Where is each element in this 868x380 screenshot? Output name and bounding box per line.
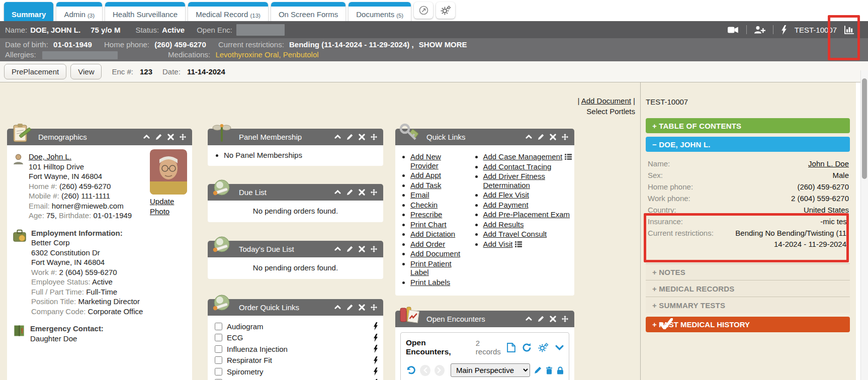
panel-close-icon[interactable] <box>167 134 174 140</box>
scrollbar-thumb[interactable] <box>862 78 867 179</box>
sidebar-section-medical-records[interactable]: + MEDICAL RECORDS <box>646 280 850 297</box>
chevron-down-icon[interactable] <box>555 345 564 350</box>
panel-move-icon[interactable] <box>371 134 377 140</box>
quick-link[interactable]: Email <box>410 191 429 199</box>
quick-link[interactable]: Checkin <box>410 201 438 209</box>
quick-order-bolt-icon[interactable] <box>373 322 378 330</box>
quick-order-bolt-icon[interactable] <box>373 334 378 342</box>
select-portlets-link[interactable]: Select Portlets <box>586 107 635 116</box>
patient-name-link[interactable]: Doe, John L. <box>29 152 71 161</box>
update-photo-link[interactable]: Update Photo <box>150 197 179 216</box>
panel-edit-icon[interactable] <box>346 189 353 196</box>
trash-icon[interactable] <box>546 366 553 374</box>
tab-health-surveillance[interactable]: Health Surveillance <box>105 2 185 22</box>
order-checkbox[interactable] <box>215 334 222 341</box>
quick-link[interactable]: Add New Provider <box>410 152 441 170</box>
settings-gear-button[interactable] <box>436 2 455 19</box>
panel-move-icon[interactable] <box>371 246 377 252</box>
chevron-left-icon[interactable] <box>420 365 430 376</box>
panel-edit-icon[interactable] <box>538 316 544 322</box>
quick-link[interactable]: Add Appt <box>410 171 441 179</box>
sidebar-section-notes[interactable]: + NOTES <box>646 263 850 280</box>
refresh-icon[interactable] <box>522 343 532 352</box>
quick-link[interactable]: Add Driver Fitness Determination <box>483 172 545 189</box>
panel-close-icon[interactable] <box>550 316 556 322</box>
order-checkbox[interactable] <box>215 323 222 330</box>
panel-edit-icon[interactable] <box>346 304 353 311</box>
quick-link[interactable]: Print Chart <box>410 220 447 229</box>
quick-link[interactable]: Print Patient Label <box>410 259 452 277</box>
video-camera-icon[interactable] <box>728 26 739 34</box>
quick-link[interactable]: Add Dictation <box>410 230 455 238</box>
quick-order-bolt-icon[interactable] <box>373 367 378 375</box>
table-of-contents-section[interactable]: + TABLE OF CONTENTS <box>646 118 850 133</box>
quick-order-bolt-icon[interactable] <box>373 345 378 353</box>
panel-collapse-icon[interactable] <box>526 316 532 322</box>
order-checkbox[interactable] <box>215 345 222 353</box>
open-in-new-window-button[interactable] <box>414 2 433 19</box>
new-document-icon[interactable] <box>507 343 515 352</box>
panel-edit-icon[interactable] <box>155 134 162 140</box>
tab-on-screen-forms[interactable]: On Screen Forms <box>271 2 345 22</box>
panel-move-icon[interactable] <box>562 316 568 322</box>
show-more-link[interactable]: SHOW MORE <box>419 40 467 49</box>
edit-pencil-icon[interactable] <box>534 366 542 374</box>
panel-close-icon[interactable] <box>359 134 365 140</box>
quick-link[interactable]: Add Task <box>410 181 441 189</box>
quick-link[interactable]: Add Document <box>410 249 460 258</box>
quick-order-bolt-icon[interactable] <box>373 356 378 364</box>
quick-link[interactable]: Print Labels <box>410 278 450 287</box>
panel-collapse-icon[interactable] <box>334 134 341 140</box>
quick-link[interactable]: Add Contact Tracing <box>483 162 552 171</box>
patient-section-header[interactable]: − DOE, JOHN L. <box>646 137 850 152</box>
add-document-link[interactable]: Add Document <box>581 97 631 105</box>
tab-documents[interactable]: Documents(5) <box>349 2 411 22</box>
panel-close-icon[interactable] <box>359 189 365 196</box>
quick-link[interactable]: Prescribe <box>410 210 442 219</box>
quick-link[interactable]: Add Case Management <box>483 152 563 161</box>
perspective-select[interactable]: Main Perspective <box>451 363 530 377</box>
panel-collapse-icon[interactable] <box>334 304 341 311</box>
quick-link[interactable]: Add Travel Consult <box>483 230 547 238</box>
list-icon[interactable] <box>515 241 522 247</box>
tab-admin[interactable]: Admin(3) <box>56 2 102 22</box>
panel-edit-icon[interactable] <box>346 134 353 140</box>
quick-link[interactable]: Add Flex Visit <box>483 191 529 199</box>
quick-link[interactable]: Add Payment <box>483 201 529 209</box>
list-icon[interactable] <box>565 154 572 160</box>
page-scrollbar[interactable] <box>860 70 868 380</box>
patient-name-link[interactable]: John L. Doe <box>808 159 849 168</box>
bar-chart-icon[interactable] <box>844 26 854 34</box>
view-button[interactable]: View <box>70 64 102 79</box>
panel-move-icon[interactable] <box>371 304 377 311</box>
panel-move-icon[interactable] <box>562 134 568 140</box>
quick-link[interactable]: Add Pre-Placement Exam <box>483 210 570 219</box>
panel-collapse-icon[interactable] <box>334 246 341 252</box>
undo-icon[interactable] <box>406 366 416 374</box>
lock-icon[interactable] <box>557 366 564 374</box>
panel-close-icon[interactable] <box>550 134 556 140</box>
panel-collapse-icon[interactable] <box>334 189 341 196</box>
medications-links[interactable]: Levothyroxine Oral, Penbutolol <box>215 50 318 59</box>
panel-close-icon[interactable] <box>359 304 365 311</box>
gear-icon[interactable] <box>538 343 549 352</box>
quick-link[interactable]: Add Results <box>483 220 524 229</box>
order-checkbox[interactable] <box>215 368 222 375</box>
sidebar-section-summary-tests[interactable]: + SUMMARY TESTS <box>646 297 850 313</box>
panel-edit-icon[interactable] <box>538 134 544 140</box>
tab-medical-record[interactable]: Medical Record(13) <box>188 2 268 22</box>
quick-link[interactable]: Add Visit <box>483 240 513 248</box>
panel-collapse-icon[interactable] <box>143 134 150 140</box>
order-checkbox[interactable] <box>215 356 222 364</box>
quick-link[interactable]: Add Order <box>410 240 445 248</box>
panel-edit-icon[interactable] <box>346 246 353 252</box>
panel-move-icon[interactable] <box>180 134 186 140</box>
tab-summary[interactable]: Summary <box>4 2 53 22</box>
panel-move-icon[interactable] <box>371 189 377 196</box>
person-add-icon[interactable] <box>754 26 765 34</box>
sidebar-section-past-medical-history[interactable]: + PAST MEDICAL HISTORY <box>646 317 850 332</box>
panel-close-icon[interactable] <box>359 246 365 252</box>
lightning-icon[interactable] <box>781 25 787 35</box>
chevron-right-icon[interactable] <box>435 365 445 376</box>
preplacement-button[interactable]: PrePlacement <box>4 64 66 79</box>
